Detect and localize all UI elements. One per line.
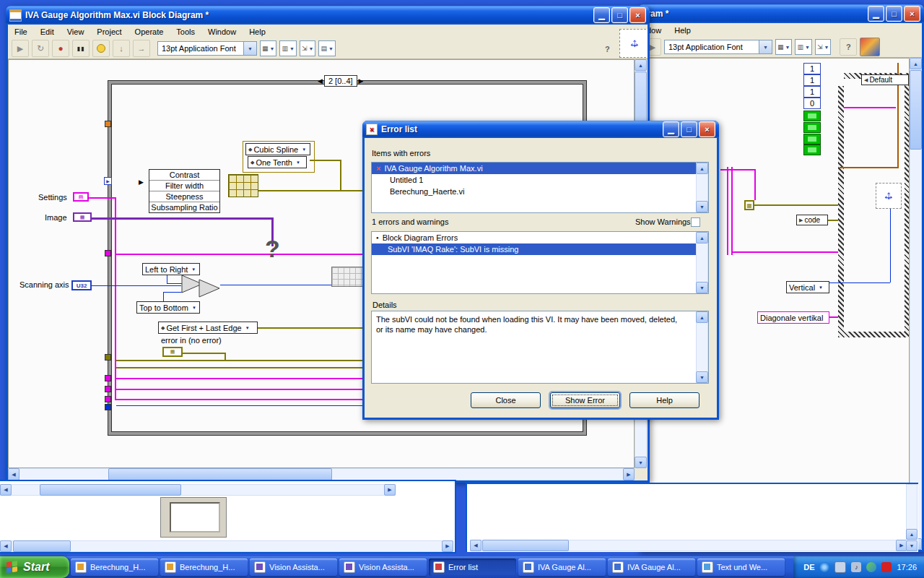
step-over-icon[interactable]: → — [133, 40, 150, 57]
comparator-node[interactable] — [199, 279, 220, 298]
scroll-thumb[interactable] — [108, 468, 332, 480]
maximize-button[interactable]: □ — [611, 7, 628, 23]
scroll-left-arrow[interactable]: ◀ — [8, 468, 19, 480]
taskbar-button-berechung-1[interactable]: Berechung_H... — [71, 558, 158, 576]
minimize-button[interactable]: ▁ — [868, 6, 884, 22]
details-box[interactable]: The subVI could not be found when loadin… — [371, 311, 709, 384]
boolean-array-cell[interactable] — [803, 144, 821, 155]
maximize-button[interactable]: □ — [886, 6, 902, 22]
scroll-right-arrow[interactable]: ▶ — [384, 484, 396, 496]
error-dialog-titlebar[interactable]: × Error list ▁ □ × — [362, 121, 719, 138]
help-button[interactable]: Help — [629, 392, 699, 408]
taskbar-button-vision-2[interactable]: Vision Assista... — [339, 558, 427, 576]
ring-left-to-right[interactable]: Left to Right ▼ — [142, 263, 200, 275]
scroll-up-arrow[interactable]: ▲ — [635, 59, 647, 71]
abort-icon[interactable]: ● — [52, 40, 69, 57]
image-terminal[interactable]: ▦ — [73, 212, 92, 222]
run-continuous-icon[interactable]: ↻ — [32, 40, 49, 57]
sequence-prev-icon[interactable]: ◀ — [318, 77, 323, 85]
main-window-titlebar[interactable]: IVA Gauge Algorithm Max.vi Block Diagram… — [6, 6, 650, 25]
menu-file[interactable]: File — [8, 26, 34, 38]
menu-edit[interactable]: Edit — [34, 26, 61, 38]
maximize-button[interactable]: □ — [681, 121, 697, 137]
close-dialog-button[interactable]: Close — [471, 392, 541, 408]
taskbar-button-iva-2[interactable]: IVA Gauge Al... — [608, 558, 695, 576]
numeric-array-cell[interactable]: 0 — [803, 98, 821, 109]
boolean-array-cell[interactable] — [803, 122, 821, 133]
scroll-left-arrow[interactable]: ◀ — [0, 484, 12, 496]
chevron-left-icon[interactable]: ◀ — [864, 77, 868, 83]
ring-top-to-bottom[interactable]: Top to Bottom ▼ — [136, 301, 200, 314]
front-panel-window-left[interactable]: ◀ ▶ ◀ ▶ — [0, 480, 456, 553]
font-selector[interactable]: 13pt Application Font ▼ — [664, 40, 772, 54]
panel-hscrollbar-bottom[interactable]: ◀ ▶ — [0, 540, 453, 552]
scroll-down-arrow[interactable]: ▼ — [635, 457, 647, 468]
ring-one-tenth[interactable]: ◆ One Tenth ▼ — [248, 156, 307, 168]
show-warnings-checkbox[interactable] — [691, 217, 700, 227]
bundle-node[interactable] — [228, 174, 258, 197]
scroll-down-arrow[interactable]: ▼ — [696, 371, 708, 383]
numeric-array-cell[interactable]: 1 — [803, 63, 821, 74]
chevron-down-icon[interactable]: ▼ — [192, 306, 196, 310]
chevron-down-icon[interactable]: ▼ — [296, 160, 300, 165]
numeric-array-cell[interactable]: 1 — [803, 74, 821, 86]
boolean-array-cell[interactable] — [803, 111, 821, 121]
resize-objects-ring[interactable]: ⇲▼ — [300, 40, 315, 56]
close-button[interactable]: × — [629, 7, 646, 23]
taskbar-button-error-list[interactable]: Error list — [429, 558, 516, 576]
scroll-up-arrow[interactable]: ▲ — [906, 529, 918, 540]
menu-window[interactable]: Window — [201, 26, 243, 38]
error-detail-row[interactable]: SubVI 'IMAQ Rake': SubVI is missing — [372, 243, 708, 255]
menu-project[interactable]: Project — [90, 26, 128, 38]
error-item-row[interactable]: Berechung_Haerte.vi — [372, 186, 708, 197]
context-help-icon[interactable]: ? — [840, 38, 857, 56]
panel-vscrollbar[interactable]: ▲ ▼ — [906, 484, 918, 551]
tray-display-icon[interactable] — [834, 561, 846, 573]
scroll-thumb[interactable] — [482, 540, 569, 551]
menu-help[interactable]: Help — [668, 25, 697, 36]
clock[interactable]: 17:26 — [897, 563, 917, 571]
missing-subvi-icon[interactable]: ? — [265, 235, 280, 263]
tray-messenger-icon[interactable] — [866, 562, 876, 572]
scroll-up-arrow[interactable]: ▲ — [696, 232, 708, 243]
sequence-selector[interactable]: ◀ 2 [0..4] ▶ — [318, 75, 363, 87]
right-canvas-vscrollbar[interactable]: ▲ ▼ — [910, 58, 922, 550]
list-vscrollbar[interactable]: ▲ ▼ — [696, 163, 708, 212]
string-constant-diagonale[interactable]: Diagonale vertikal — [757, 311, 829, 324]
language-indicator[interactable]: DE — [803, 563, 814, 571]
palette-icon[interactable] — [860, 38, 880, 56]
code-node[interactable]: ▶ code — [796, 215, 828, 225]
close-button[interactable]: × — [904, 6, 920, 22]
taskbar-button-berechung-2[interactable]: Berechung_H... — [160, 558, 248, 576]
font-selector[interactable]: 13pt Application Font ▼ — [157, 41, 257, 56]
scroll-up-arrow[interactable]: ▲ — [696, 163, 708, 174]
distribute-objects-ring[interactable]: ▥▼ — [279, 40, 296, 56]
scroll-up-arrow[interactable]: ▲ — [696, 311, 708, 323]
scroll-down-arrow[interactable]: ▼ — [696, 282, 708, 293]
u32-terminal[interactable]: U32 — [71, 280, 92, 290]
step-into-icon[interactable]: ↓ — [113, 40, 130, 57]
subvi-node[interactable] — [331, 267, 363, 287]
align-objects-ring[interactable]: ▦▼ — [775, 39, 792, 55]
scroll-left-arrow[interactable]: ◀ — [470, 540, 481, 551]
minimize-button[interactable]: ▁ — [663, 121, 679, 137]
run-icon[interactable]: ▶ — [12, 40, 29, 57]
tray-network-icon[interactable] — [819, 562, 829, 572]
minimize-button[interactable]: ▁ — [593, 7, 610, 23]
items-with-errors-list[interactable]: × IVA Gauge Algorithm Max.vi Untitled 1 … — [371, 162, 709, 213]
error-list-dialog[interactable]: × Error list ▁ □ × Items with errors × I… — [362, 121, 719, 420]
scroll-thumb[interactable] — [40, 484, 181, 496]
numeric-array-cell[interactable]: 1 — [803, 86, 821, 98]
scroll-left-arrow[interactable]: ◀ — [0, 540, 12, 552]
right-window-titlebar[interactable]: gram * ▁ □ × — [638, 4, 924, 23]
cluster-terminal[interactable]: ▦ — [744, 200, 754, 210]
taskbar-button-vision-1[interactable]: Vision Assista... — [250, 558, 337, 576]
boolean-array-cell[interactable] — [803, 134, 821, 144]
distribute-objects-ring[interactable]: ▥▼ — [795, 39, 811, 55]
tray-antivirus-icon[interactable] — [881, 562, 892, 572]
chevron-down-icon[interactable]: ▼ — [302, 147, 306, 152]
chevron-down-icon[interactable]: ▼ — [191, 267, 196, 272]
scroll-down-arrow[interactable]: ▼ — [906, 540, 918, 551]
panel-hscrollbar-top[interactable]: ◀ ▶ — [0, 484, 396, 496]
ring-vertical[interactable]: Vertical ▼ — [786, 281, 829, 293]
